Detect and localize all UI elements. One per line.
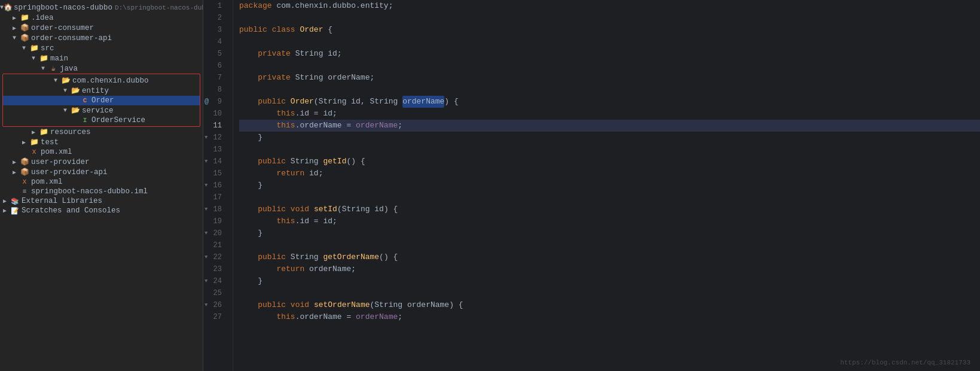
expand-arrow[interactable]: ▶ [10, 25, 19, 32]
sidebar-item-service[interactable]: ▼📂service [3, 105, 200, 115]
line-number-8: 8 [203, 84, 227, 96]
token: private [258, 72, 291, 84]
sidebar-item-order-consumer[interactable]: ▶📦order-consumer [0, 23, 203, 33]
token: void [291, 203, 309, 215]
token [239, 299, 258, 311]
token: orderName [356, 311, 398, 323]
sidebar-item-Order[interactable]: COrder [3, 96, 200, 105]
sidebar-item-external-libraries[interactable]: ▶📚External Libraries [0, 196, 203, 206]
xml-icon: X [29, 148, 39, 156]
line-num-text: 13 [213, 144, 222, 156]
fold-marker[interactable]: ▼ [204, 251, 207, 263]
token: orderName [402, 96, 444, 108]
token [239, 72, 258, 84]
expand-arrow[interactable]: ▶ [0, 207, 10, 214]
sidebar-item-label: com.chenxin.dubbo [72, 77, 149, 85]
fold-marker[interactable]: ▼ [204, 275, 207, 287]
line-number-10: 10 [203, 108, 227, 120]
sidebar-item-scratches[interactable]: ▶📝Scratches and Consoles [0, 206, 203, 215]
token: return [276, 168, 304, 180]
module-icon: 📦 [19, 157, 30, 166]
fold-marker[interactable]: ▼ [204, 227, 207, 239]
expand-arrow[interactable]: ▶ [0, 197, 10, 205]
line-num-text: 14 [213, 156, 222, 168]
line-number-6: 6 [203, 60, 227, 72]
token: ) { [444, 96, 458, 108]
fold-marker[interactable]: ▼ [204, 156, 207, 168]
line-number-7: 7 [203, 72, 227, 84]
fold-marker[interactable]: ▼ [204, 299, 207, 311]
package-icon: 📂 [70, 86, 81, 95]
token: id, [346, 96, 370, 108]
expand-arrow[interactable]: ▶ [29, 129, 38, 136]
sidebar-item-user-provider[interactable]: ▶📦user-provider [0, 157, 203, 167]
line-number-23: 23 [203, 263, 227, 275]
sidebar-item-springboot-nacos-dubbo.iml[interactable]: ≡springboot-nacos-dubbo.iml [0, 187, 203, 196]
token: this [276, 108, 295, 120]
fold-marker[interactable]: ▼ [204, 180, 207, 191]
sidebar-item-main[interactable]: ▼📁main [0, 53, 203, 63]
token: id; [304, 168, 323, 180]
token: } [239, 180, 262, 191]
code-line-21 [239, 239, 980, 251]
code-line-23: return orderName; [239, 263, 980, 275]
folder-icon: 📁 [29, 138, 39, 147]
token: ; [398, 311, 402, 323]
sidebar-item-entity[interactable]: ▼📂entity [3, 86, 200, 96]
line-number-22: ▼22 [203, 251, 227, 263]
token: this [276, 120, 295, 132]
token [239, 311, 276, 323]
sidebar-item-user-provider-api[interactable]: ▶📦user-provider-api [0, 167, 203, 177]
expand-arrow[interactable]: ▶ [19, 139, 29, 146]
annotation-marker: @ [204, 96, 209, 108]
sidebar-item-root[interactable]: ▼🏠springboot-nacos-dubboD:\springboot-na… [0, 2, 203, 13]
token: () { [379, 251, 398, 263]
sidebar-item-order-consumer-api[interactable]: ▼📦order-consumer-api [0, 33, 203, 43]
line-num-text: 27 [213, 311, 222, 323]
package-icon: 📂 [60, 76, 71, 85]
sidebar-item-test[interactable]: ▶📁test [0, 137, 203, 147]
fold-marker[interactable]: ▼ [204, 132, 207, 144]
expand-arrow[interactable]: ▶ [10, 14, 19, 22]
line-num-text: 18 [213, 203, 222, 215]
sidebar-item-resources[interactable]: ▶📁resources [0, 127, 203, 137]
token [239, 168, 276, 180]
code-line-18: public void setId(String id) { [239, 203, 980, 215]
line-number-25: 25 [203, 287, 227, 299]
sidebar-item-label: Order [91, 96, 114, 105]
code-editor: 12345678@91011▼1213▼1415▼1617▼1819▼2021▼… [203, 0, 980, 371]
token [286, 156, 291, 168]
sidebar-item-OrderService[interactable]: IOrderService [3, 115, 200, 125]
line-num-text: 25 [213, 287, 222, 299]
expand-arrow[interactable]: ▼ [51, 77, 60, 84]
line-num-text: 6 [218, 60, 222, 72]
sidebar-item-pom.xml-api[interactable]: Xpom.xml [0, 147, 203, 157]
project-sidebar[interactable]: ▼🏠springboot-nacos-dubboD:\springboot-na… [0, 0, 203, 371]
iml-icon: ≡ [19, 188, 30, 195]
token: class [272, 24, 295, 36]
sidebar-item-java[interactable]: ▼☕java [0, 63, 203, 74]
expand-arrow[interactable]: ▼ [60, 107, 70, 114]
sidebar-item-idea[interactable]: ▶📁.idea [0, 13, 203, 23]
code-line-7: private String orderName; [239, 72, 980, 84]
watermark-text: https://blog.csdn.net/qq_31821733 [840, 359, 970, 366]
token: ( [370, 299, 375, 311]
sidebar-item-src[interactable]: ▼📁src [0, 43, 203, 53]
sidebar-item-com.chenxin.dubbo[interactable]: ▼📂com.chenxin.dubbo [3, 75, 200, 86]
code-content[interactable]: package com.chenxin.dubbo.entity; public… [233, 0, 980, 371]
folder-icon: 📁 [38, 127, 49, 136]
expand-arrow[interactable]: ▶ [10, 169, 19, 176]
expand-arrow[interactable]: ▼ [60, 87, 70, 94]
code-line-19: this.id = id; [239, 215, 980, 227]
line-number-20: ▼20 [203, 227, 227, 239]
fold-marker[interactable]: ▼ [204, 203, 207, 215]
expand-arrow[interactable]: ▶ [10, 159, 19, 166]
sidebar-item-label: resources [50, 128, 91, 136]
expand-arrow[interactable]: ▼ [38, 65, 48, 72]
expand-arrow[interactable]: ▼ [19, 45, 29, 51]
expand-arrow[interactable]: ▼ [29, 55, 38, 62]
line-num-text: 1 [218, 0, 222, 12]
expand-arrow[interactable]: ▼ [10, 35, 19, 41]
sidebar-item-pom.xml-root[interactable]: Xpom.xml [0, 177, 203, 187]
token [239, 203, 258, 215]
